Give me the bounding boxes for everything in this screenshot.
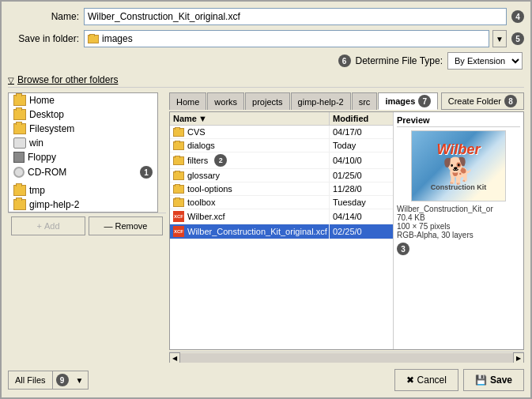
file-cell-glossary-modified: 01/25/0 — [330, 169, 393, 182]
tab-works[interactable]: works — [207, 92, 244, 110]
sidebar-item-cdrom[interactable]: CD-ROM 1 — [9, 164, 157, 180]
file-row-wilber-kit[interactable]: XCF Wilber_Construction_Kit_original.xcf… — [170, 224, 393, 239]
sidebar-badge: 1 — [140, 166, 153, 179]
allfiles-arrow: ▼ — [72, 371, 88, 389]
preview-dimensions: 100 × 75 pixels — [397, 222, 520, 231]
sidebar-item-tmp-label: tmp — [29, 185, 45, 196]
file-row-cvs[interactable]: CVS 04/17/0 — [170, 126, 393, 139]
file-row-wilber-xcf[interactable]: XCF Wilber.xcf 04/14/0 — [170, 209, 393, 224]
scroll-left-btn[interactable]: ◀ — [169, 352, 180, 363]
file-row-toolbox[interactable]: toolbox Tuesday — [170, 196, 393, 209]
folder-dropdown-icon — [88, 35, 99, 43]
file-cell-wilber-kit-modified: 02/25/0 — [330, 225, 393, 238]
tab-src-label: src — [359, 97, 371, 107]
name-row: Name: 4 — [8, 8, 524, 25]
wilber-dog-emoji: 🐕 — [443, 158, 474, 183]
sidebar-item-floppy[interactable]: Floppy — [9, 150, 157, 164]
folder-badge: 5 — [511, 32, 524, 45]
filetype-badge: 6 — [338, 55, 351, 67]
sidebar: Home Desktop Filesystem win Floppy — [8, 92, 158, 213]
filters-badge: 2 — [214, 154, 227, 167]
folder-dropdown-value: images — [102, 33, 133, 44]
remove-button[interactable]: — Remove — [89, 216, 163, 235]
remove-label: Remove — [115, 221, 148, 231]
horizontal-scrollbar: ◀ ▶ — [169, 352, 524, 363]
folder-dropdown[interactable]: images — [84, 30, 489, 47]
preview-image: Wilber 🐕 Construction Kit — [411, 130, 506, 201]
sidebar-item-gimp-help-label: gimp-help-2 — [29, 199, 79, 210]
sidebar-item-tmp[interactable]: tmp — [9, 183, 157, 198]
allfiles-button[interactable]: All Files 9 ▼ — [8, 371, 89, 390]
win-hdd-icon — [13, 137, 26, 149]
file-cell-cvs-name: CVS — [170, 126, 330, 138]
sidebar-item-cdrom-label: CD-ROM — [28, 167, 66, 178]
dialogs-folder-icon — [173, 141, 184, 150]
allfiles-label: All Files — [9, 371, 53, 389]
file-row-glossary[interactable]: glossary 01/25/0 — [170, 169, 393, 183]
sidebar-item-floppy-label: Floppy — [28, 152, 56, 163]
browse-toggle[interactable]: ▽ Browse for other folders — [8, 73, 524, 88]
sidebar-item-filesystem-label: Filesystem — [29, 123, 74, 134]
preview-filename: Wilber_Construction_Kit_or — [397, 205, 520, 213]
allfiles-label-text: All Files — [15, 375, 46, 385]
create-folder-label: Create Folder — [448, 96, 501, 106]
gimp-help-folder-icon — [13, 199, 26, 210]
file-cell-dialogs-name: dialogs — [170, 139, 330, 152]
tab-projects[interactable]: projects — [245, 92, 290, 110]
tab-src[interactable]: src — [352, 92, 378, 110]
tab-works-label: works — [214, 97, 237, 107]
col-modified-label: Modified — [333, 114, 368, 123]
filetype-select[interactable]: By Extension — [448, 53, 522, 69]
right-pane: Home works projects gimp-help-2 src imag… — [169, 92, 524, 363]
sidebar-item-desktop[interactable]: Desktop — [9, 107, 157, 122]
file-pane: Name ▼ Modified CVS 04/17/0 — [169, 111, 524, 350]
action-buttons: ✖ Cancel 💾 Save — [394, 369, 524, 391]
save-label: Save — [490, 375, 512, 386]
sidebar-item-filesystem[interactable]: Filesystem — [9, 122, 157, 136]
file-cell-filters-name: filters 2 — [170, 152, 330, 168]
file-row-dialogs[interactable]: dialogs Today — [170, 139, 393, 152]
add-button[interactable]: + Add — [11, 216, 85, 235]
tool-options-name: tool-options — [187, 184, 232, 194]
toggle-arrow: ▽ — [8, 76, 14, 85]
col-name-header[interactable]: Name ▼ — [170, 112, 330, 125]
filetype-label: Determine File Type: — [356, 55, 443, 66]
file-row-tool-options[interactable]: tool-options 11/28/0 — [170, 183, 393, 196]
filetype-selector[interactable]: By Extension — [447, 52, 523, 70]
create-folder-tab[interactable]: Create Folder 8 — [441, 92, 524, 110]
preview-filename-text: Wilber_Construction_Kit_or — [397, 205, 493, 213]
sidebar-item-home[interactable]: Home — [9, 93, 157, 107]
folder-dropdown-arrow[interactable]: ▼ — [492, 30, 507, 47]
file-row-filters[interactable]: filters 2 04/10/0 — [170, 152, 393, 169]
file-cell-wilber-xcf-modified: 04/14/0 — [330, 210, 393, 223]
tab-gimp-help-2[interactable]: gimp-help-2 — [291, 92, 351, 110]
scroll-right-btn[interactable]: ▶ — [513, 352, 524, 363]
sidebar-item-home-label: Home — [29, 95, 55, 106]
preview-pane: Preview Wilber 🐕 Construction Kit Wilber… — [393, 112, 523, 349]
sidebar-item-desktop-label: Desktop — [29, 109, 64, 120]
tab-home[interactable]: Home — [169, 92, 206, 110]
folder-label: Save in folder: — [8, 33, 79, 44]
file-list-header: Name ▼ Modified — [170, 112, 393, 126]
floppy-icon — [13, 152, 25, 163]
name-input[interactable] — [84, 8, 507, 25]
wilber-xcf-icon: XCF — [173, 211, 184, 222]
cancel-button[interactable]: ✖ Cancel — [394, 369, 458, 391]
tool-options-folder-icon — [173, 185, 184, 194]
wilber-kit-xcf-icon: XCF — [173, 226, 184, 237]
save-button[interactable]: 💾 Save — [463, 369, 524, 391]
file-cell-wilber-kit-name: XCF Wilber_Construction_Kit_original.xcf — [170, 224, 330, 239]
name-badge: 4 — [511, 10, 524, 23]
wilber-kit-name: Wilber_Construction_Kit_original.xcf — [187, 227, 327, 236]
col-modified-header[interactable]: Modified — [330, 112, 393, 125]
scroll-track[interactable] — [180, 353, 513, 363]
tab-images[interactable]: images 7 — [378, 92, 438, 110]
sidebar-item-win[interactable]: win — [9, 136, 157, 150]
remove-icon: — — [104, 221, 113, 231]
kit-text: Construction Kit — [431, 183, 487, 191]
add-icon: + — [36, 221, 41, 231]
toolbox-folder-icon — [173, 198, 184, 207]
sidebar-item-gimp-help-2[interactable]: gimp-help-2 — [9, 198, 157, 212]
filters-name: filters — [187, 156, 208, 165]
tab-home-label: Home — [176, 97, 199, 107]
